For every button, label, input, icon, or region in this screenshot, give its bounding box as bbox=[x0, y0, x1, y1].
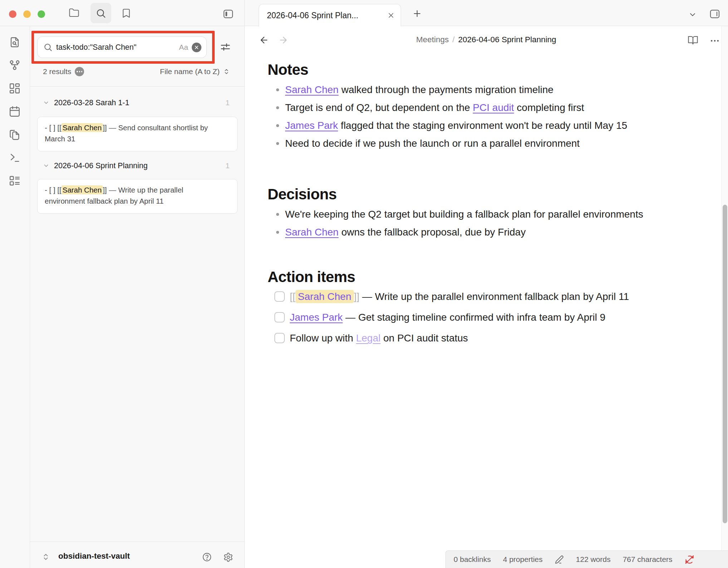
result-snippet: - [ ] [[Sarah Chen]] — Write up the para… bbox=[45, 184, 220, 207]
text-segment: - [ ] [[ bbox=[45, 123, 62, 132]
vault-name[interactable]: obsidian-test-vault bbox=[58, 552, 130, 561]
search-settings-sliders-icon[interactable] bbox=[219, 40, 232, 53]
sidebar-main-divider[interactable] bbox=[244, 0, 245, 568]
ulink-segment[interactable]: Legal bbox=[356, 332, 381, 344]
sort-order-label: File name (A to Z) bbox=[160, 67, 220, 76]
layout-list-icon[interactable] bbox=[9, 175, 21, 187]
result-group-sarah-1-1[interactable]: 2026-03-28 Sarah 1-1 1 bbox=[43, 97, 230, 109]
text-segment: on PCI audit status bbox=[381, 332, 468, 344]
search-header-divider bbox=[30, 86, 244, 87]
task-item: James Park — Get staging timeline confir… bbox=[268, 308, 693, 327]
text-segment: — Write up the parallel environment fall… bbox=[360, 291, 629, 302]
sync-off-icon[interactable] bbox=[685, 555, 694, 564]
task-checkbox[interactable] bbox=[274, 333, 285, 343]
text-segment: owns the fallback proposal, due by Frida… bbox=[338, 227, 526, 238]
reading-mode-book-icon[interactable] bbox=[688, 35, 698, 45]
terminal-icon[interactable] bbox=[9, 152, 21, 164]
calendar-icon[interactable] bbox=[9, 106, 21, 118]
note-bullet: Need to decide if we push the launch or … bbox=[268, 135, 693, 151]
panel-left-toggle-icon[interactable] bbox=[223, 8, 234, 20]
text-segment: flagged that the staging environment won… bbox=[338, 120, 627, 131]
tab-title: 2026-04-06 Sprint Plan... bbox=[267, 11, 387, 20]
edit-mode-pencil-icon[interactable] bbox=[555, 555, 564, 564]
canvas-icon[interactable] bbox=[9, 82, 21, 94]
notes-list: Sarah Chen walked through the payments m… bbox=[268, 82, 693, 151]
breadcrumb: Meetings/2026-04-06 Sprint Planning bbox=[244, 35, 728, 44]
result-group-sprint-planning[interactable]: 2026-04-06 Sprint Planning 1 bbox=[43, 160, 230, 172]
search-result-item[interactable]: - [ ] [[Sarah Chen]] — Send consultant s… bbox=[37, 117, 238, 151]
breadcrumb-separator: / bbox=[453, 35, 455, 44]
search-input[interactable]: task-todo:"Sarah Chen" Aa bbox=[37, 37, 207, 58]
text-segment: We're keeping the Q2 target but building… bbox=[285, 209, 643, 220]
text-segment: Follow up with bbox=[290, 332, 356, 344]
search-icon[interactable] bbox=[96, 8, 106, 19]
character-count[interactable]: 767 characters bbox=[623, 555, 673, 564]
clear-search-button[interactable] bbox=[192, 43, 201, 52]
text-segment: — Get staging timeline confirmed with in… bbox=[343, 312, 606, 323]
note-bullet: Sarah Chen walked through the payments m… bbox=[268, 82, 693, 98]
task-checkbox[interactable] bbox=[274, 312, 285, 322]
heading-decisions: Decisions bbox=[268, 185, 693, 203]
note-bullet: Sarah Chen owns the fallback proposal, d… bbox=[268, 224, 693, 240]
more-options-ellipsis-icon[interactable] bbox=[710, 36, 720, 46]
hllink-segment[interactable]: Sarah Chen bbox=[295, 290, 354, 303]
hl-segment: Sarah Chen bbox=[62, 185, 103, 194]
chevrons-up-down-icon bbox=[223, 68, 230, 75]
text-segment: Target is end of Q2, but dependent on th… bbox=[285, 102, 473, 113]
status-bar: 0 backlinks 4 properties 122 words 767 c… bbox=[445, 550, 728, 568]
text-segment: - [ ] [[ bbox=[45, 186, 62, 194]
heading-notes: Notes bbox=[268, 61, 693, 79]
obsidian-window: 2026-04-06 Sprint Plan... task-todo:"Sar… bbox=[0, 0, 728, 568]
word-count[interactable]: 122 words bbox=[576, 555, 611, 564]
tab-close-icon[interactable] bbox=[387, 11, 395, 19]
backlinks-count[interactable]: 0 backlinks bbox=[454, 555, 491, 564]
text-segment: completing first bbox=[514, 102, 584, 113]
task-checkbox[interactable] bbox=[274, 291, 285, 302]
result-group-count: 1 bbox=[225, 161, 230, 170]
hl-segment: Sarah Chen bbox=[62, 123, 103, 132]
breadcrumb-current[interactable]: 2026-04-06 Sprint Planning bbox=[458, 35, 556, 44]
search-result-item[interactable]: - [ ] [[Sarah Chen]] — Write up the para… bbox=[37, 179, 238, 214]
link-segment[interactable]: PCI audit bbox=[473, 102, 514, 113]
help-icon[interactable] bbox=[202, 552, 212, 562]
link-segment[interactable]: James Park bbox=[285, 120, 338, 131]
copy-files-icon[interactable] bbox=[9, 129, 21, 141]
tab-list-chevron-icon[interactable] bbox=[688, 10, 697, 19]
results-info-ellipsis-icon[interactable] bbox=[75, 67, 84, 76]
traffic-close-button[interactable] bbox=[9, 10, 16, 18]
file-search-icon[interactable] bbox=[9, 36, 21, 48]
vault-bar-divider bbox=[30, 542, 244, 542]
settings-gear-icon[interactable] bbox=[223, 552, 233, 562]
search-results-header: 2 results File name (A to Z) bbox=[43, 66, 230, 77]
note-bullet: James Park flagged that the staging envi… bbox=[268, 117, 693, 133]
match-case-toggle[interactable]: Aa bbox=[179, 43, 188, 52]
graph-icon[interactable] bbox=[9, 59, 21, 71]
chevron-down-icon bbox=[43, 162, 49, 169]
note-bullet: We're keeping the Q2 target but building… bbox=[268, 206, 693, 222]
note-content: Notes Sarah Chen walked through the paym… bbox=[268, 61, 693, 350]
link-segment[interactable]: Sarah Chen bbox=[285, 84, 338, 95]
link-segment[interactable]: Sarah Chen bbox=[285, 227, 338, 238]
link-segment[interactable]: James Park bbox=[290, 312, 343, 323]
chevron-down-icon bbox=[43, 99, 49, 106]
traffic-minimize-button[interactable] bbox=[23, 10, 31, 18]
heading-action-items: Action items bbox=[268, 268, 693, 286]
bookmark-icon[interactable] bbox=[121, 8, 132, 19]
traffic-zoom-button[interactable] bbox=[38, 10, 45, 18]
tab-sprint-planning[interactable]: 2026-04-06 Sprint Plan... bbox=[259, 4, 401, 26]
search-query-text[interactable]: task-todo:"Sarah Chen" bbox=[56, 43, 175, 52]
decisions-list: We're keeping the Q2 target but building… bbox=[268, 206, 693, 240]
bracket-segment: [[ bbox=[290, 291, 295, 302]
text-segment: Need to decide if we push the launch or … bbox=[285, 138, 580, 149]
panel-right-toggle-icon[interactable] bbox=[709, 8, 720, 20]
result-group-count: 1 bbox=[225, 98, 230, 107]
vault-switcher-chevrons-icon[interactable] bbox=[42, 553, 50, 561]
properties-count[interactable]: 4 properties bbox=[503, 555, 543, 564]
scrollbar-thumb[interactable] bbox=[723, 205, 727, 523]
new-tab-button[interactable] bbox=[412, 9, 422, 19]
task-item: [[Sarah Chen]] — Write up the parallel e… bbox=[268, 287, 693, 306]
folder-icon[interactable] bbox=[69, 8, 79, 18]
result-group-title: 2026-03-28 Sarah 1-1 bbox=[54, 98, 225, 107]
breadcrumb-parent[interactable]: Meetings bbox=[416, 35, 449, 44]
sort-order-button[interactable]: File name (A to Z) bbox=[160, 67, 230, 76]
